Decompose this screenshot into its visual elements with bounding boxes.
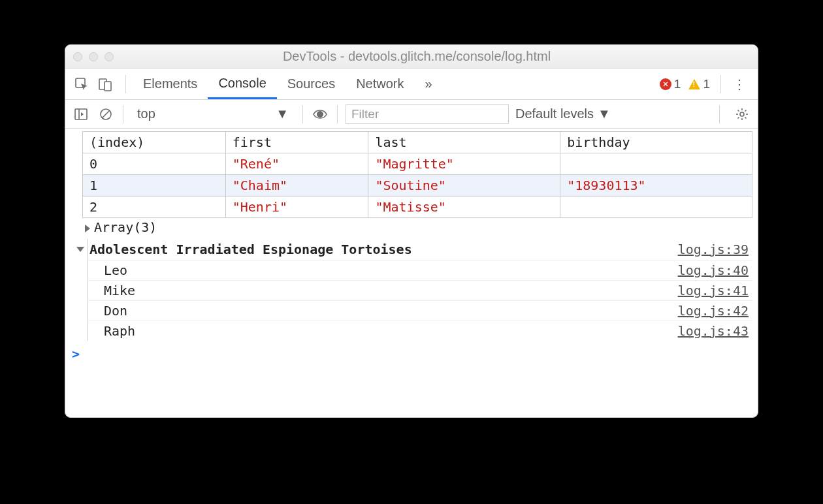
log-entry[interactable]: Leo log.js:40: [88, 260, 752, 280]
svg-point-8: [317, 111, 323, 118]
device-toolbar-icon[interactable]: [95, 74, 115, 94]
source-link[interactable]: log.js:41: [678, 283, 749, 298]
cell-last: "Soutine": [368, 175, 560, 197]
col-last[interactable]: last: [368, 132, 560, 153]
filter-input[interactable]: [346, 104, 509, 124]
array-summary[interactable]: Array(3): [82, 218, 752, 239]
window-titlebar: DevTools - devtools.glitch.me/console/lo…: [65, 45, 758, 69]
svg-marker-5: [81, 112, 84, 116]
cell-index: 1: [83, 175, 226, 197]
col-first[interactable]: first: [225, 132, 368, 153]
cell-index: 0: [83, 153, 226, 175]
live-expression-icon[interactable]: [311, 105, 329, 123]
cell-index: 2: [83, 197, 226, 218]
table-row[interactable]: 2 "Henri" "Matisse": [83, 197, 752, 218]
minimize-dot[interactable]: [89, 52, 98, 61]
svg-line-7: [102, 110, 110, 118]
cell-birthday: "18930113": [560, 175, 752, 197]
warning-count-badge[interactable]: 1: [688, 77, 710, 91]
separator: [337, 105, 338, 123]
separator: [125, 75, 126, 93]
group-title: Adolescent Irradiated Espionage Tortoise…: [89, 242, 678, 257]
svg-point-9: [740, 112, 744, 116]
log-text: Mike: [104, 283, 678, 298]
console-toolbar: top ▼ Default levels ▼: [65, 100, 758, 129]
close-dot[interactable]: [73, 52, 82, 61]
window-title: DevTools - devtools.glitch.me/console/lo…: [123, 49, 750, 64]
separator: [123, 105, 123, 123]
expand-collapsed-icon: [85, 225, 90, 232]
table-row[interactable]: 0 "René" "Magritte": [83, 153, 752, 175]
source-link[interactable]: log.js:40: [678, 262, 749, 278]
cell-last: "Magritte": [368, 153, 560, 175]
cell-first: "René": [225, 153, 368, 175]
context-selector[interactable]: top ▼: [131, 104, 295, 124]
separator: [720, 75, 721, 93]
log-text: Don: [104, 303, 678, 319]
table-header-row: (index) first last birthday: [83, 132, 752, 153]
chevron-down-icon: ▼: [276, 106, 289, 121]
clear-console-icon[interactable]: [97, 105, 115, 123]
source-link[interactable]: log.js:39: [678, 242, 749, 257]
tab-elements[interactable]: Elements: [133, 69, 208, 99]
cell-birthday: [560, 153, 752, 175]
more-options-icon[interactable]: ⋮: [728, 76, 751, 92]
traffic-lights: [73, 52, 114, 61]
error-count-badge[interactable]: ✕1: [660, 77, 681, 91]
cell-first: "Chaim": [225, 175, 368, 197]
summary-text: Array(3): [94, 219, 157, 235]
console-group: Adolescent Irradiated Espionage Tortoise…: [88, 239, 752, 341]
error-count: 1: [674, 77, 681, 91]
source-link[interactable]: log.js:43: [678, 323, 749, 339]
warning-count: 1: [703, 77, 710, 91]
prompt-caret: >: [72, 346, 80, 362]
tabs-overflow[interactable]: »: [415, 69, 443, 99]
inspect-element-icon[interactable]: [72, 74, 91, 94]
tab-network[interactable]: Network: [346, 69, 414, 99]
log-entry[interactable]: Mike log.js:41: [88, 280, 752, 300]
separator: [719, 105, 720, 123]
separator: [302, 105, 303, 123]
log-text: Leo: [104, 262, 678, 278]
chevron-down-icon: ▼: [598, 106, 611, 121]
console-prompt[interactable]: >: [72, 341, 752, 362]
cell-first: "Henri": [225, 197, 368, 218]
svg-rect-2: [105, 82, 111, 91]
source-link[interactable]: log.js:42: [678, 303, 749, 319]
console-settings-icon[interactable]: [733, 105, 751, 123]
col-index[interactable]: (index): [83, 132, 226, 153]
table-row[interactable]: 1 "Chaim" "Soutine" "18930113": [83, 175, 752, 197]
tab-console[interactable]: Console: [208, 69, 276, 99]
panel-tabbar: Elements Console Sources Network » ✕1 1 …: [65, 69, 758, 100]
group-header[interactable]: Adolescent Irradiated Espionage Tortoise…: [76, 239, 752, 260]
console-output: (index) first last birthday 0 "René" "Ma…: [65, 129, 758, 417]
log-text: Raph: [104, 323, 678, 339]
console-table: (index) first last birthday 0 "René" "Ma…: [82, 131, 752, 218]
context-value: top: [137, 106, 155, 121]
sidebar-toggle-icon[interactable]: [72, 105, 90, 123]
log-entry[interactable]: Raph log.js:43: [88, 321, 752, 341]
devtools-window: DevTools - devtools.glitch.me/console/lo…: [65, 44, 758, 418]
log-entry[interactable]: Don log.js:42: [88, 300, 752, 321]
log-levels-selector[interactable]: Default levels ▼: [515, 106, 611, 121]
col-birthday[interactable]: birthday: [560, 132, 752, 153]
expand-open-icon: [76, 247, 84, 252]
cell-birthday: [560, 197, 752, 218]
zoom-dot[interactable]: [105, 52, 114, 61]
tab-sources[interactable]: Sources: [277, 69, 346, 99]
cell-last: "Matisse": [368, 197, 560, 218]
levels-label: Default levels: [515, 106, 594, 121]
